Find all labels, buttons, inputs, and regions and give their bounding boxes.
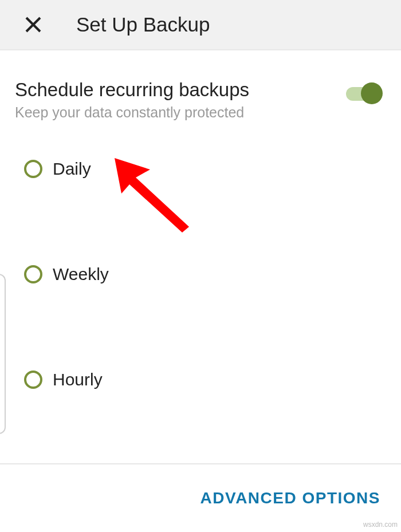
radio-icon: [24, 160, 42, 178]
schedule-title: Schedule recurring backups: [15, 79, 346, 101]
footer-bar: ADVANCED OPTIONS: [0, 463, 401, 532]
frequency-options: Daily Weekly Hourly: [15, 155, 386, 393]
header-bar: Set Up Backup: [0, 0, 401, 50]
side-handle[interactable]: [0, 274, 6, 434]
schedule-text: Schedule recurring backups Keep your dat…: [15, 79, 346, 121]
schedule-subtitle: Keep your data constantly protected: [15, 104, 346, 121]
option-label: Daily: [53, 159, 91, 179]
schedule-toggle[interactable]: [346, 82, 380, 103]
content-area: Schedule recurring backups Keep your dat…: [0, 50, 401, 393]
radio-option-hourly[interactable]: Hourly: [24, 366, 386, 393]
radio-icon: [24, 265, 42, 283]
option-label: Weekly: [53, 265, 109, 284]
close-icon: [25, 17, 41, 33]
schedule-toggle-row: Schedule recurring backups Keep your dat…: [15, 79, 386, 121]
option-label: Hourly: [53, 370, 103, 389]
watermark-text: wsxdn.com: [363, 521, 398, 529]
close-button[interactable]: [22, 13, 45, 36]
radio-icon: [24, 371, 42, 389]
toggle-knob: [361, 82, 383, 104]
advanced-options-link[interactable]: ADVANCED OPTIONS: [200, 489, 380, 507]
page-title: Set Up Backup: [76, 13, 210, 36]
radio-option-daily[interactable]: Daily: [24, 155, 386, 183]
radio-option-weekly[interactable]: Weekly: [24, 261, 386, 288]
